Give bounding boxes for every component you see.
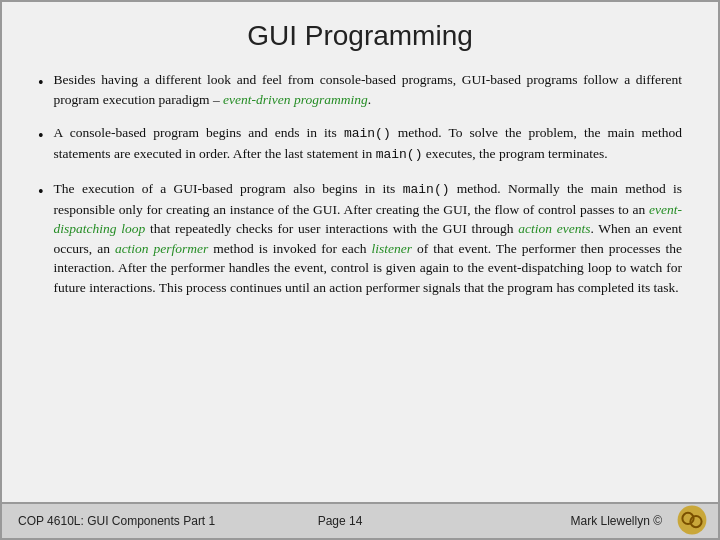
code-main-1: main() (344, 126, 391, 141)
footer-page: Page 14 (233, 514, 448, 528)
bullet-text-3: The execution of a GUI-based program als… (54, 179, 682, 298)
bullet-text-1: Besides having a different look and feel… (54, 70, 682, 109)
italic-action-performer: action performer (115, 241, 208, 256)
code-main-3: main() (403, 182, 450, 197)
footer: COP 4610L: GUI Components Part 1 Page 14… (2, 502, 718, 538)
bullet-item-3: • The execution of a GUI-based program a… (38, 179, 682, 298)
slide-title: GUI Programming (38, 20, 682, 52)
bullet-item-2: • A console-based program begins and end… (38, 123, 682, 165)
footer-course: COP 4610L: GUI Components Part 1 (18, 514, 233, 528)
slide-content: GUI Programming • Besides having a diffe… (2, 2, 718, 502)
slide: GUI Programming • Besides having a diffe… (0, 0, 720, 540)
italic-listener: listener (372, 241, 413, 256)
bullet-text-2: A console-based program begins and ends … (54, 123, 682, 165)
bullet-dot-3: • (38, 180, 44, 203)
bullet-dot-2: • (38, 124, 44, 147)
bullet-item-1: • Besides having a different look and fe… (38, 70, 682, 109)
footer-logo (676, 504, 708, 536)
bullet-dot-1: • (38, 71, 44, 94)
italic-action-events: action events (518, 221, 590, 236)
italic-event-driven: event-driven programming (223, 92, 368, 107)
code-main-2: main() (376, 147, 423, 162)
bullet-list: • Besides having a different look and fe… (38, 70, 682, 297)
footer-author: Mark Llewellyn © (447, 514, 702, 528)
